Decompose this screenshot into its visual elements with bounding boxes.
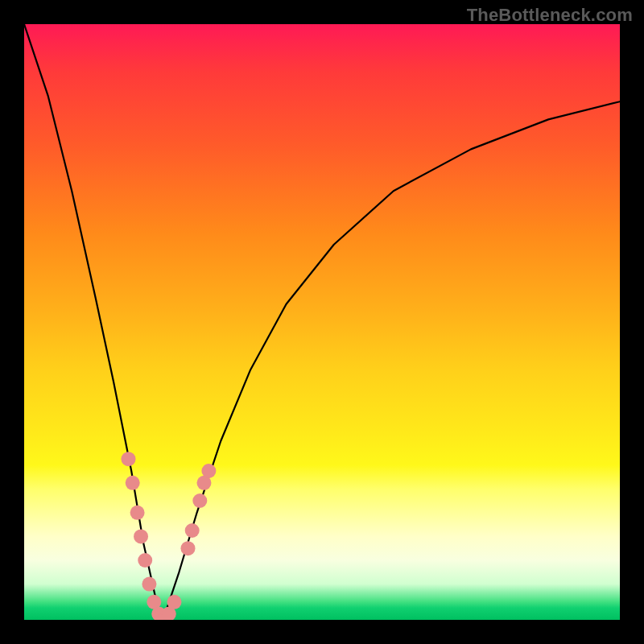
marker-group (122, 452, 217, 620)
data-marker (122, 452, 136, 466)
data-marker (138, 553, 152, 568)
plot-area (24, 24, 620, 620)
chart-container: TheBottleneck.com (0, 0, 644, 644)
watermark-text: TheBottleneck.com (467, 5, 633, 26)
data-marker (167, 595, 181, 609)
data-marker (130, 506, 145, 520)
curve-layer (24, 24, 620, 620)
data-marker (134, 529, 148, 543)
data-marker (142, 577, 156, 592)
data-marker (126, 476, 140, 490)
data-marker (192, 493, 207, 508)
data-marker (201, 464, 216, 478)
data-marker (181, 541, 196, 555)
data-marker (185, 523, 200, 538)
bottleneck-curve (24, 24, 620, 620)
